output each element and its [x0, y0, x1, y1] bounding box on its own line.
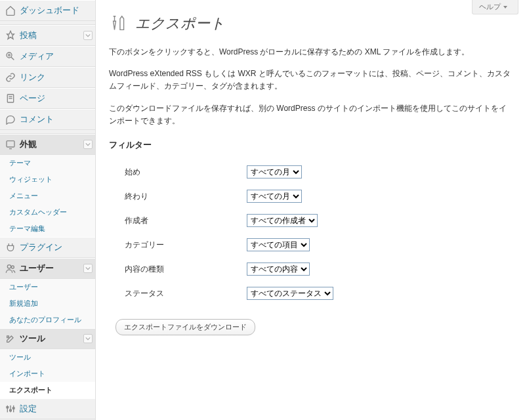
tools-icon [5, 333, 16, 344]
page-icon [5, 93, 16, 104]
sidebar-label: ツール [20, 333, 45, 345]
submenu-item[interactable]: インポート [0, 366, 95, 382]
select-author[interactable]: すべての作成者 [247, 214, 318, 227]
sidebar-label: コメント [20, 114, 54, 125]
tools-icon [109, 13, 130, 34]
submenu-item[interactable]: ウィジェット [0, 171, 95, 188]
sidebar-item-dashboard[interactable]: ダッシュボード [0, 0, 95, 21]
link-icon [5, 72, 16, 83]
select-status[interactable]: すべてのステータス [247, 287, 333, 300]
desc-p1: 下のボタンをクリックすると、WordPress がローカルに保存するための XM… [109, 46, 512, 58]
chevron-down-icon[interactable] [83, 264, 93, 273]
submenu-item[interactable]: テーマ [0, 155, 95, 171]
sidebar-label: ダッシュボード [20, 5, 79, 16]
sidebar-label: 投稿 [20, 30, 37, 41]
sidebar-item-settings[interactable]: 設定 [0, 398, 95, 419]
field-label-end: 終わり [109, 184, 240, 209]
submenu-appearance: テーマ ウィジェット メニュー カスタムヘッダー テーマ編集 [0, 155, 95, 237]
main-content: ヘルプ エクスポート 下のボタンをクリックすると、WordPress がローカル… [96, 0, 525, 420]
admin-sidebar: ダッシュボード 投稿 メディア リンク ページ コメント 外観 [0, 0, 96, 420]
sidebar-item-tools[interactable]: ツール [0, 328, 95, 349]
svg-point-7 [7, 265, 10, 268]
page-heading: エクスポート [109, 13, 512, 34]
home-icon [5, 5, 16, 16]
filter-table: 始め すべての月 終わり すべての月 作成者 すべての作成者 カテゴリー すべて… [109, 160, 340, 306]
field-label-start: 始め [109, 160, 240, 184]
field-label-category: カテゴリー [109, 233, 240, 257]
sidebar-item-links[interactable]: リンク [0, 67, 95, 88]
select-type[interactable]: すべての内容 [247, 262, 310, 276]
select-category[interactable]: すべての項目 [247, 238, 310, 251]
comment-icon [5, 114, 16, 125]
sidebar-item-appearance[interactable]: 外観 [0, 134, 95, 155]
svg-point-1 [9, 54, 10, 56]
sidebar-label: ユーザー [20, 262, 54, 274]
submenu-item[interactable]: メニュー [0, 188, 95, 204]
submenu-tools: ツール インポート エクスポート [0, 349, 95, 398]
field-label-type: 内容の種類 [109, 257, 240, 282]
sidebar-label: メディア [20, 51, 54, 62]
svg-rect-5 [7, 141, 14, 147]
select-start[interactable]: すべての月 [247, 165, 302, 178]
description: 下のボタンをクリックすると、WordPress がローカルに保存するための XM… [109, 46, 512, 127]
submenu-item-export[interactable]: エクスポート [0, 382, 95, 398]
chevron-down-icon[interactable] [83, 140, 93, 149]
download-export-button[interactable]: エクスポートファイルをダウンロード [116, 319, 255, 335]
help-tab[interactable]: ヘルプ [472, 0, 518, 14]
sidebar-item-plugins[interactable]: プラグイン [0, 237, 95, 258]
page-title: エクスポート [135, 14, 225, 33]
submenu-item[interactable]: テーマ編集 [0, 220, 95, 237]
sidebar-label: リンク [20, 72, 45, 83]
sidebar-item-comments[interactable]: コメント [0, 109, 95, 130]
desc-p2: WordPress eXtended RSS もしくは WXR と呼んでいるこの… [109, 68, 512, 93]
sidebar-item-pages[interactable]: ページ [0, 88, 95, 109]
sidebar-item-media[interactable]: メディア [0, 46, 95, 67]
users-icon [5, 263, 16, 274]
sidebar-label: 設定 [20, 403, 37, 415]
field-label-status: ステータス [109, 282, 240, 306]
settings-icon [5, 404, 16, 414]
select-end[interactable]: すべての月 [247, 190, 302, 203]
submenu-item[interactable]: ユーザー [0, 279, 95, 295]
svg-point-8 [11, 266, 14, 268]
pin-icon [5, 30, 16, 41]
sidebar-label: ページ [20, 93, 45, 104]
field-label-author: 作成者 [109, 209, 240, 233]
submenu-item[interactable]: 新規追加 [0, 295, 95, 312]
sidebar-label: プラグイン [20, 242, 62, 253]
sidebar-item-posts[interactable]: 投稿 [0, 25, 95, 46]
sidebar-label: 外観 [20, 138, 37, 150]
submenu-item[interactable]: ツール [0, 349, 95, 366]
chevron-down-icon[interactable] [83, 31, 93, 40]
submenu-item[interactable]: カスタムヘッダー [0, 204, 95, 220]
submenu-item[interactable]: あなたのプロフィール [0, 312, 95, 328]
help-label: ヘルプ [479, 3, 501, 10]
submenu-users: ユーザー 新規追加 あなたのプロフィール [0, 279, 95, 328]
desc-p3: このダウンロードファイルを保存すれば、別の WordPress のサイトのインポ… [109, 102, 512, 127]
filter-heading: フィルター [109, 139, 512, 151]
appearance-icon [5, 139, 16, 150]
chevron-down-icon[interactable] [83, 334, 93, 343]
plugin-icon [5, 242, 16, 253]
sidebar-item-users[interactable]: ユーザー [0, 258, 95, 279]
media-icon [5, 51, 16, 62]
